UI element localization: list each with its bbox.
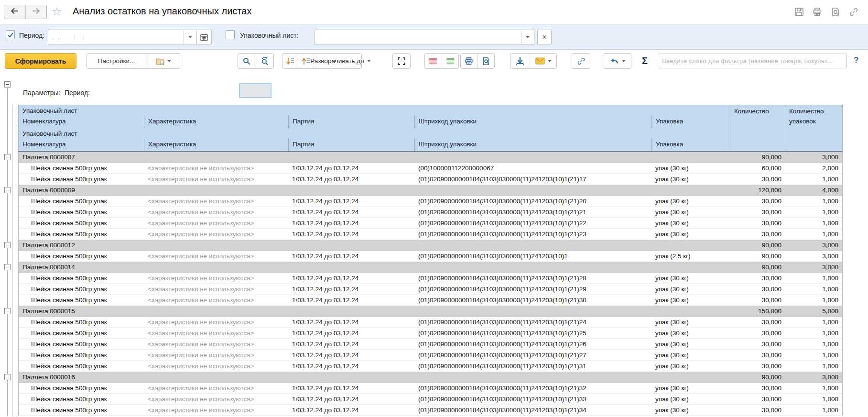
- appearance-red-button[interactable]: [425, 54, 442, 68]
- appearance-green-button[interactable]: [442, 54, 459, 68]
- cell-packs[interactable]: 3,000: [785, 372, 842, 383]
- cell-qty[interactable]: 30,000: [730, 394, 785, 405]
- cell-barcode[interactable]: (01)02090000000184(3103)030000(11)241203…: [414, 196, 651, 207]
- header-nomenclature[interactable]: Номенклатура: [19, 115, 144, 128]
- save-file-button[interactable]: [510, 54, 530, 68]
- header-quantity[interactable]: Количество: [730, 105, 785, 151]
- cell-packs[interactable]: 1,000: [785, 229, 842, 240]
- item-row[interactable]: Шейка свиная 500гр упак<характеристики н…: [0, 229, 843, 240]
- save-button[interactable]: [793, 6, 805, 18]
- cell-packs[interactable]: 1,000: [785, 339, 842, 350]
- cell-characteristic[interactable]: [144, 372, 288, 383]
- forward-button[interactable]: [25, 5, 47, 19]
- cell-batch[interactable]: 1/03.12.24 до 03.12.24: [288, 174, 414, 185]
- cell-batch[interactable]: 1/03.12.24 до 03.12.24: [288, 405, 414, 416]
- period-dropdown-button[interactable]: [184, 30, 196, 44]
- cell-barcode[interactable]: (01)02090000000184(3103)030000(11)241203…: [414, 284, 651, 295]
- cell-package[interactable]: упак (30 кг): [651, 394, 730, 405]
- cell-batch[interactable]: 1/03.12.24 до 03.12.24: [288, 383, 414, 394]
- cell-nomenclature[interactable]: Шейка свиная 500гр упак: [19, 295, 144, 306]
- cell-barcode[interactable]: [414, 240, 651, 251]
- cell-nomenclature[interactable]: Шейка свиная 500гр упак: [19, 350, 144, 361]
- cell-qty[interactable]: 30,000: [730, 328, 785, 339]
- print-button[interactable]: [811, 6, 824, 18]
- cell-qty[interactable]: 30,000: [730, 350, 785, 361]
- cell-barcode[interactable]: [414, 262, 651, 273]
- cell-batch[interactable]: [288, 372, 414, 383]
- collapse-report-button[interactable]: [4, 81, 11, 88]
- print-preview-button[interactable]: [829, 6, 842, 18]
- cell-qty[interactable]: 30,000: [730, 218, 785, 229]
- cell-package[interactable]: упак (30 кг): [651, 196, 730, 207]
- cell-package[interactable]: упак (30 кг): [651, 317, 730, 328]
- header-characteristic[interactable]: Характеристика: [144, 115, 288, 128]
- cell-package[interactable]: упак (30 кг): [651, 383, 730, 394]
- period-date-field[interactable]: . . : :: [48, 30, 212, 44]
- cell-qty[interactable]: 30,000: [730, 284, 785, 295]
- cell-package[interactable]: упак (30 кг): [651, 295, 730, 306]
- cell-package[interactable]: [651, 372, 730, 383]
- cell-barcode[interactable]: [414, 185, 651, 196]
- cell-characteristic[interactable]: [144, 185, 288, 196]
- cell-barcode[interactable]: (01)02090000000184(3103)030000(11)241203…: [414, 207, 651, 218]
- cell-batch[interactable]: 1/03.12.24 до 03.12.24: [288, 284, 414, 295]
- item-row[interactable]: Шейка свиная 500гр упак<характеристики н…: [0, 361, 843, 372]
- cell-characteristic[interactable]: [144, 240, 288, 251]
- cell-packs[interactable]: 1,000: [785, 383, 842, 394]
- cell-nomenclature[interactable]: Шейка свиная 500гр упак: [19, 394, 144, 405]
- cell-qty[interactable]: 30,000: [730, 405, 785, 416]
- packing-list-field[interactable]: [314, 30, 534, 44]
- group-row[interactable]: Паллета 000001290,0003,000: [0, 240, 843, 251]
- report-variants-button[interactable]: [146, 54, 180, 68]
- report-link-button[interactable]: [572, 54, 590, 68]
- cell-package[interactable]: упак (30 кг): [651, 163, 730, 174]
- item-row[interactable]: Шейка свиная 500гр упак<характеристики н…: [0, 394, 843, 405]
- header-packs-quantity[interactable]: Количество упаковок: [785, 105, 843, 151]
- cell-batch[interactable]: 1/03.12.24 до 03.12.24: [288, 273, 414, 284]
- cell-packs[interactable]: 1,000: [785, 317, 842, 328]
- cell-characteristic[interactable]: <характеристики не используются>: [144, 317, 288, 328]
- cell-nomenclature[interactable]: Шейка свиная 500гр упак: [19, 196, 144, 207]
- cell-barcode[interactable]: (01)02090000000184(3103)030000(11)241203…: [414, 251, 651, 262]
- cell-batch[interactable]: 1/03.12.24 до 03.12.24: [288, 339, 414, 350]
- item-row[interactable]: Шейка свиная 500гр упак<характеристики н…: [0, 339, 843, 350]
- cell-package[interactable]: [651, 240, 730, 251]
- collapse-groups-button[interactable]: [282, 54, 298, 68]
- item-row[interactable]: Шейка свиная 500гр упак<характеристики н…: [0, 196, 843, 207]
- cell-qty[interactable]: 30,000: [730, 229, 785, 240]
- cell-barcode[interactable]: (01)02090000000184(3103)030000(11)241203…: [414, 350, 651, 361]
- cell-batch[interactable]: [288, 185, 414, 196]
- cell-packs[interactable]: 4,000: [785, 185, 842, 196]
- totals-sum-button[interactable]: Σ: [639, 53, 651, 69]
- cell-package[interactable]: упак (30 кг): [651, 328, 730, 339]
- cell-characteristic[interactable]: <характеристики не используются>: [144, 163, 288, 174]
- cell-qty[interactable]: 30,000: [730, 361, 785, 372]
- cell-characteristic[interactable]: <характеристики не используются>: [144, 218, 288, 229]
- cell-barcode[interactable]: [414, 372, 651, 383]
- header-package[interactable]: Упаковка: [651, 115, 730, 128]
- item-row[interactable]: Шейка свиная 500гр упак<характеристики н…: [0, 350, 843, 361]
- cell-qty[interactable]: 90,000: [730, 152, 785, 163]
- cell-characteristic[interactable]: <характеристики не используются>: [144, 350, 288, 361]
- header-package[interactable]: Упаковка: [651, 138, 730, 151]
- cell-package[interactable]: [651, 152, 730, 163]
- cell-characteristic[interactable]: [144, 262, 288, 273]
- back-button[interactable]: [4, 5, 25, 19]
- cell-nomenclature[interactable]: Шейка свиная 500гр упак: [19, 317, 144, 328]
- cell-characteristic[interactable]: <характеристики не используются>: [144, 405, 288, 416]
- cell-barcode[interactable]: (01)02090000000184(3103)030000(11)241203…: [414, 383, 651, 394]
- cell-package[interactable]: упак (30 кг): [651, 218, 730, 229]
- cell-packs[interactable]: 1,000: [785, 196, 842, 207]
- cell-characteristic[interactable]: <характеристики не используются>: [144, 196, 288, 207]
- cell-qty[interactable]: 90,000: [730, 372, 785, 383]
- item-row[interactable]: Шейка свиная 500гр упак<характеристики н…: [0, 218, 843, 229]
- cell-nomenclature[interactable]: Шейка свиная 500гр упак: [19, 328, 144, 339]
- cell-package[interactable]: [651, 185, 730, 196]
- item-row[interactable]: Шейка свиная 500гр упак<характеристики н…: [0, 174, 843, 185]
- group-row[interactable]: Паллета 0000015150,0005,000: [0, 306, 843, 317]
- item-row[interactable]: Шейка свиная 500гр упак<характеристики н…: [0, 273, 843, 284]
- cell-batch[interactable]: 1/03.12.24 до 03.12.24: [288, 229, 414, 240]
- item-row[interactable]: Шейка свиная 500гр упак<характеристики н…: [0, 284, 843, 295]
- cell-barcode[interactable]: (01)02090000000184(3103)030000(11)241203…: [414, 229, 651, 240]
- cell-batch[interactable]: 1/03.12.24 до 03.12.24: [288, 394, 414, 405]
